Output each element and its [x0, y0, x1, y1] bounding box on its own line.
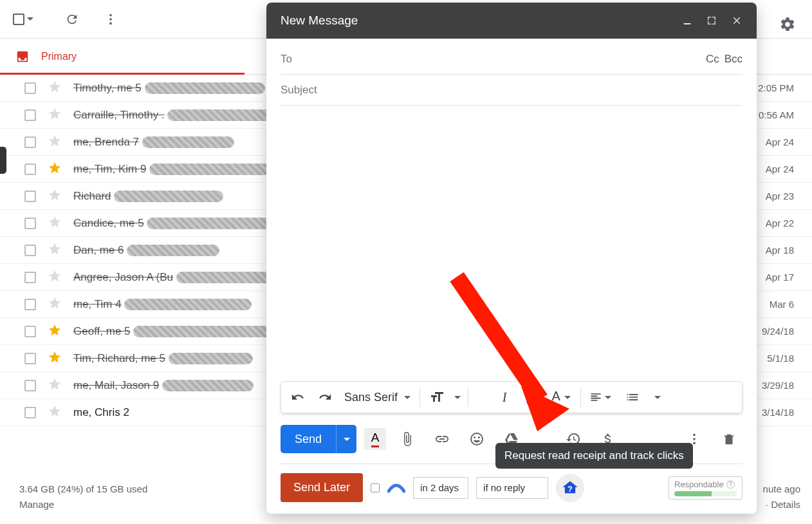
date-text: 3/14/18	[762, 407, 806, 418]
italic-button[interactable]: I	[492, 384, 517, 410]
list-button[interactable]	[617, 384, 648, 410]
divider	[420, 388, 420, 407]
send-button[interactable]: Send	[281, 425, 336, 453]
settings-button[interactable]	[775, 12, 800, 37]
manage-storage-link[interactable]: Manage	[19, 497, 147, 512]
star-icon[interactable]	[48, 350, 62, 367]
to-field-row[interactable]: To Cc Bcc	[281, 44, 743, 75]
date-text: 3/29/18	[762, 380, 806, 391]
row-checkbox[interactable]	[24, 245, 36, 256]
boomerang-icon	[387, 482, 405, 494]
sender-text: Timothy, me 5	[73, 82, 265, 95]
star-icon[interactable]	[48, 323, 62, 340]
text-format-toggle[interactable]: A	[364, 428, 386, 450]
date-text: Mar 6	[770, 299, 806, 310]
select-all-checkbox[interactable]	[13, 14, 24, 25]
date-text: Apr 24	[766, 164, 806, 174]
row-checkbox[interactable]	[24, 407, 36, 418]
send-later-checkbox[interactable]	[371, 483, 380, 492]
details-link[interactable]: · Details	[763, 497, 800, 512]
sender-text: Dan, me 6	[73, 244, 219, 257]
row-checkbox[interactable]	[24, 191, 36, 202]
font-family-dropdown[interactable]: Sans Serif	[339, 391, 416, 404]
date-text: 2:05 PM	[758, 82, 806, 93]
font-size-dropdown[interactable]	[451, 384, 464, 410]
sender-text: me, Mail, Jason 9	[73, 379, 254, 392]
send-later-condition-input[interactable]	[476, 477, 548, 499]
undo-button[interactable]	[285, 384, 311, 410]
chevron-down-icon[interactable]	[27, 17, 33, 21]
tooltip-text: Request read receipt and track clicks	[504, 449, 684, 462]
close-icon[interactable]	[731, 15, 743, 26]
refresh-button[interactable]	[59, 6, 85, 32]
sender-text: Tim, Richard, me 5	[73, 352, 253, 365]
subject-field-row[interactable]: Subject	[281, 75, 743, 106]
svg-point-1	[109, 18, 112, 21]
row-checkbox[interactable]	[24, 109, 36, 121]
send-later-toolbar: Send Later ? Respondable?	[266, 464, 757, 514]
row-checkbox[interactable]	[24, 164, 36, 175]
date-text: Apr 17	[766, 272, 806, 283]
star-icon[interactable]	[48, 404, 62, 421]
sender-text: me, Chris 2	[73, 406, 129, 419]
row-checkbox[interactable]	[24, 82, 36, 94]
attach-file-button[interactable]	[394, 426, 421, 453]
date-text: Apr 22	[766, 218, 806, 229]
cc-toggle[interactable]: Cc	[706, 53, 719, 66]
star-icon[interactable]	[48, 296, 62, 313]
svg-point-5	[693, 438, 696, 440]
row-checkbox[interactable]	[24, 353, 36, 364]
row-checkbox[interactable]	[24, 218, 36, 229]
insert-link-button[interactable]	[429, 426, 456, 453]
row-checkbox[interactable]	[24, 136, 36, 148]
row-checkbox[interactable]	[24, 380, 36, 391]
formatting-toolbar: Sans Serif I U A	[281, 381, 743, 413]
star-icon[interactable]	[48, 134, 62, 151]
sender-text: me, Tim, Kim 9	[73, 163, 290, 176]
star-icon[interactable]	[48, 269, 62, 286]
divider	[580, 388, 581, 407]
expand-icon[interactable]	[706, 15, 717, 26]
bold-hidden	[472, 384, 490, 410]
tab-primary[interactable]: Primary	[0, 39, 245, 74]
redo-button[interactable]	[312, 384, 338, 410]
send-later-button[interactable]: Send Later	[281, 473, 363, 502]
sender-text: Richard	[73, 190, 223, 203]
date-text: 0:56 AM	[759, 109, 806, 120]
row-checkbox[interactable]	[24, 326, 36, 337]
star-icon[interactable]	[48, 242, 62, 259]
svg-point-2	[109, 22, 112, 24]
insert-emoji-button[interactable]	[463, 426, 490, 453]
row-checkbox[interactable]	[24, 272, 36, 283]
select-all-control[interactable]	[13, 14, 33, 25]
send-later-time-input[interactable]	[413, 477, 468, 499]
date-text: 9/24/18	[762, 326, 806, 337]
star-icon[interactable]	[48, 107, 62, 124]
star-icon[interactable]	[48, 377, 62, 394]
more-format-dropdown[interactable]	[649, 384, 666, 410]
star-icon[interactable]	[48, 80, 62, 97]
send-options-dropdown[interactable]	[336, 425, 356, 453]
activity-info: nute ago · Details	[763, 482, 800, 512]
font-size-button[interactable]	[424, 384, 450, 410]
compose-header[interactable]: New Message	[266, 3, 757, 39]
row-checkbox[interactable]	[24, 299, 36, 310]
compose-body[interactable]	[266, 106, 757, 381]
star-icon[interactable]	[48, 215, 62, 232]
tab-primary-label: Primary	[41, 51, 77, 62]
date-text: 5/1/18	[767, 353, 806, 364]
star-icon[interactable]	[48, 161, 62, 178]
text-color-button[interactable]: A	[546, 384, 577, 410]
inbox-icon	[15, 50, 30, 64]
respondable-widget[interactable]: Respondable?	[669, 476, 743, 500]
align-button[interactable]	[585, 384, 616, 410]
discard-draft-button[interactable]	[715, 426, 743, 453]
underline-button[interactable]: U	[519, 384, 544, 410]
more-actions-button[interactable]	[98, 6, 124, 32]
minimize-icon[interactable]	[682, 15, 692, 26]
star-icon[interactable]	[48, 188, 62, 205]
storage-info: 3.64 GB (24%) of 15 GB used Manage	[19, 482, 147, 512]
bcc-toggle[interactable]: Bcc	[724, 53, 743, 66]
inbox-pause-icon[interactable]: ?	[556, 474, 584, 502]
svg-rect-3	[684, 23, 691, 24]
